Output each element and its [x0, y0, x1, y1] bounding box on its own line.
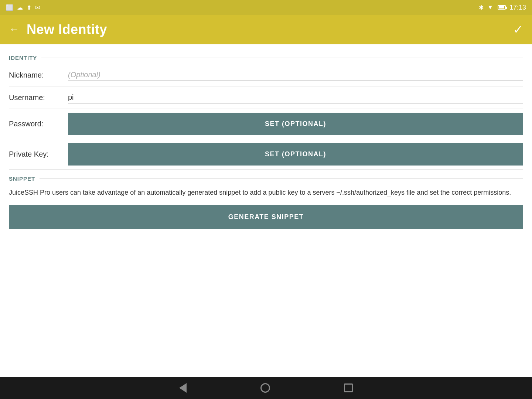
nav-back-button[interactable]	[179, 383, 187, 393]
app-bar: ← New Identity ✓	[0, 15, 532, 44]
identity-section-line	[41, 58, 523, 58]
confirm-button[interactable]: ✓	[513, 23, 523, 37]
username-label: Username:	[9, 93, 68, 102]
status-bar-left-icons: ⬜ ☁ ⬆ ✉	[6, 4, 40, 11]
generate-snippet-button[interactable]: GENERATE SNIPPET	[9, 205, 523, 229]
private-key-label: Private Key:	[9, 150, 68, 158]
nickname-field: Nickname:	[9, 64, 523, 86]
username-input[interactable]	[68, 92, 523, 103]
snippet-section-label: SNIPPET	[9, 175, 40, 182]
snippet-section: SNIPPET JuiceSSH Pro users can take adva…	[9, 175, 523, 229]
back-triangle-icon	[179, 383, 187, 393]
status-time: 17:13	[509, 4, 526, 11]
nickname-input[interactable]	[68, 69, 523, 81]
upload-icon: ⬆	[27, 4, 31, 11]
nav-recents-button[interactable]	[344, 383, 353, 392]
battery-icon-status	[497, 4, 506, 11]
app-bar-left: ← New Identity	[9, 22, 107, 37]
nav-home-button[interactable]	[260, 383, 270, 393]
status-bar: ⬜ ☁ ⬆ ✉ ✱ ▼ 17:13	[0, 0, 532, 15]
email-icon: ✉	[35, 4, 40, 11]
password-set-button[interactable]: SET (OPTIONAL)	[68, 113, 523, 135]
identity-section-label: IDENTITY	[9, 55, 41, 61]
back-button[interactable]: ←	[9, 24, 19, 35]
bluetooth-icon: ✱	[479, 4, 484, 11]
wifi-icon: ▼	[487, 4, 493, 11]
nickname-label: Nickname:	[9, 71, 68, 79]
identity-section-header: IDENTITY	[9, 55, 523, 61]
home-circle-icon	[260, 383, 270, 393]
private-key-set-button[interactable]: SET (OPTIONAL)	[68, 143, 523, 166]
snippet-section-header: SNIPPET	[9, 175, 523, 182]
recents-square-icon	[344, 383, 353, 392]
username-field: Username:	[9, 86, 523, 109]
password-label: Password:	[9, 120, 68, 128]
private-key-field: Private Key: SET (OPTIONAL)	[9, 139, 523, 170]
nav-bar	[0, 377, 532, 399]
password-field: Password: SET (OPTIONAL)	[9, 109, 523, 139]
cloud-upload-icon: ☁	[17, 4, 23, 11]
status-bar-right-icons: ✱ ▼ 17:13	[479, 4, 526, 11]
screenshot-icon: ⬜	[6, 4, 13, 11]
snippet-description: JuiceSSH Pro users can take advantage of…	[9, 188, 523, 198]
page-title: New Identity	[27, 22, 107, 37]
snippet-section-line	[40, 178, 523, 179]
content-area: IDENTITY Nickname: Username: Password: S…	[0, 44, 532, 377]
